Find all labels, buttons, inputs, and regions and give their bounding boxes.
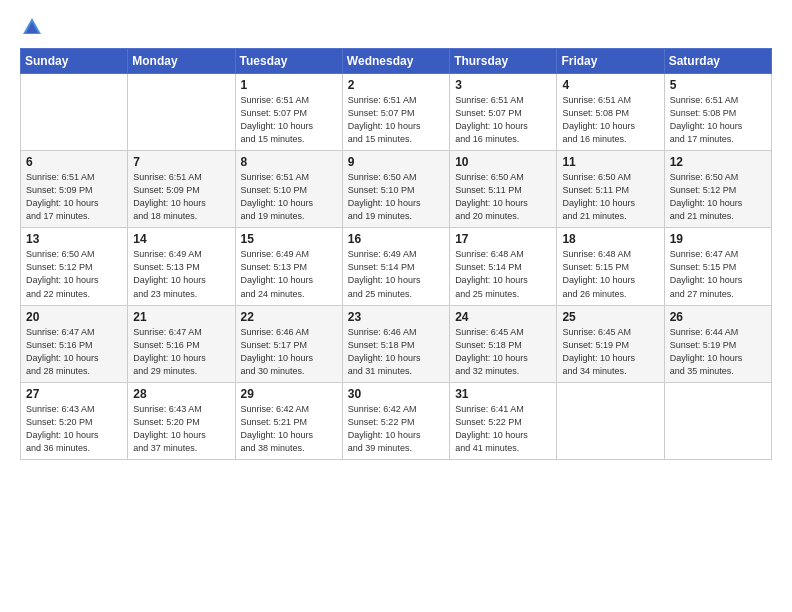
day-info: Sunrise: 6:49 AM Sunset: 5:13 PM Dayligh… [133, 248, 229, 300]
calendar-day-cell: 14Sunrise: 6:49 AM Sunset: 5:13 PM Dayli… [128, 228, 235, 305]
day-info: Sunrise: 6:43 AM Sunset: 5:20 PM Dayligh… [133, 403, 229, 455]
calendar-day-cell: 24Sunrise: 6:45 AM Sunset: 5:18 PM Dayli… [450, 305, 557, 382]
day-info: Sunrise: 6:45 AM Sunset: 5:18 PM Dayligh… [455, 326, 551, 378]
day-info: Sunrise: 6:51 AM Sunset: 5:10 PM Dayligh… [241, 171, 337, 223]
day-info: Sunrise: 6:51 AM Sunset: 5:08 PM Dayligh… [670, 94, 766, 146]
day-info: Sunrise: 6:46 AM Sunset: 5:18 PM Dayligh… [348, 326, 444, 378]
calendar-day-cell: 15Sunrise: 6:49 AM Sunset: 5:13 PM Dayli… [235, 228, 342, 305]
day-number: 17 [455, 232, 551, 246]
calendar-day-cell: 30Sunrise: 6:42 AM Sunset: 5:22 PM Dayli… [342, 382, 449, 459]
day-info: Sunrise: 6:51 AM Sunset: 5:09 PM Dayligh… [133, 171, 229, 223]
calendar-day-cell [557, 382, 664, 459]
day-number: 4 [562, 78, 658, 92]
calendar-day-cell: 7Sunrise: 6:51 AM Sunset: 5:09 PM Daylig… [128, 151, 235, 228]
calendar-day-cell: 28Sunrise: 6:43 AM Sunset: 5:20 PM Dayli… [128, 382, 235, 459]
calendar-day-cell: 27Sunrise: 6:43 AM Sunset: 5:20 PM Dayli… [21, 382, 128, 459]
day-info: Sunrise: 6:51 AM Sunset: 5:07 PM Dayligh… [348, 94, 444, 146]
day-number: 12 [670, 155, 766, 169]
day-number: 2 [348, 78, 444, 92]
day-number: 20 [26, 310, 122, 324]
day-info: Sunrise: 6:49 AM Sunset: 5:13 PM Dayligh… [241, 248, 337, 300]
day-info: Sunrise: 6:49 AM Sunset: 5:14 PM Dayligh… [348, 248, 444, 300]
day-number: 6 [26, 155, 122, 169]
day-number: 15 [241, 232, 337, 246]
calendar-day-cell: 25Sunrise: 6:45 AM Sunset: 5:19 PM Dayli… [557, 305, 664, 382]
calendar-day-cell: 31Sunrise: 6:41 AM Sunset: 5:22 PM Dayli… [450, 382, 557, 459]
calendar-week-row: 1Sunrise: 6:51 AM Sunset: 5:07 PM Daylig… [21, 74, 772, 151]
day-number: 19 [670, 232, 766, 246]
day-info: Sunrise: 6:48 AM Sunset: 5:14 PM Dayligh… [455, 248, 551, 300]
calendar-day-cell: 4Sunrise: 6:51 AM Sunset: 5:08 PM Daylig… [557, 74, 664, 151]
calendar-day-cell: 3Sunrise: 6:51 AM Sunset: 5:07 PM Daylig… [450, 74, 557, 151]
day-number: 25 [562, 310, 658, 324]
calendar-weekday-header: Wednesday [342, 49, 449, 74]
day-info: Sunrise: 6:48 AM Sunset: 5:15 PM Dayligh… [562, 248, 658, 300]
day-number: 13 [26, 232, 122, 246]
day-number: 14 [133, 232, 229, 246]
calendar-weekday-header: Monday [128, 49, 235, 74]
calendar-day-cell: 9Sunrise: 6:50 AM Sunset: 5:10 PM Daylig… [342, 151, 449, 228]
calendar-day-cell: 23Sunrise: 6:46 AM Sunset: 5:18 PM Dayli… [342, 305, 449, 382]
day-number: 29 [241, 387, 337, 401]
calendar-day-cell: 1Sunrise: 6:51 AM Sunset: 5:07 PM Daylig… [235, 74, 342, 151]
day-info: Sunrise: 6:51 AM Sunset: 5:07 PM Dayligh… [455, 94, 551, 146]
calendar-header-row: SundayMondayTuesdayWednesdayThursdayFrid… [21, 49, 772, 74]
day-number: 10 [455, 155, 551, 169]
day-number: 1 [241, 78, 337, 92]
day-info: Sunrise: 6:42 AM Sunset: 5:22 PM Dayligh… [348, 403, 444, 455]
day-number: 11 [562, 155, 658, 169]
day-number: 7 [133, 155, 229, 169]
logo-icon [21, 16, 43, 38]
day-number: 23 [348, 310, 444, 324]
day-info: Sunrise: 6:50 AM Sunset: 5:11 PM Dayligh… [562, 171, 658, 223]
calendar-day-cell [128, 74, 235, 151]
calendar-week-row: 20Sunrise: 6:47 AM Sunset: 5:16 PM Dayli… [21, 305, 772, 382]
calendar-weekday-header: Sunday [21, 49, 128, 74]
calendar-table: SundayMondayTuesdayWednesdayThursdayFrid… [20, 48, 772, 460]
calendar-day-cell: 26Sunrise: 6:44 AM Sunset: 5:19 PM Dayli… [664, 305, 771, 382]
calendar-day-cell: 2Sunrise: 6:51 AM Sunset: 5:07 PM Daylig… [342, 74, 449, 151]
calendar-day-cell [21, 74, 128, 151]
day-number: 24 [455, 310, 551, 324]
day-info: Sunrise: 6:50 AM Sunset: 5:12 PM Dayligh… [26, 248, 122, 300]
calendar-weekday-header: Thursday [450, 49, 557, 74]
calendar-day-cell [664, 382, 771, 459]
day-info: Sunrise: 6:50 AM Sunset: 5:11 PM Dayligh… [455, 171, 551, 223]
calendar-weekday-header: Friday [557, 49, 664, 74]
calendar-day-cell: 17Sunrise: 6:48 AM Sunset: 5:14 PM Dayli… [450, 228, 557, 305]
day-number: 31 [455, 387, 551, 401]
day-number: 30 [348, 387, 444, 401]
calendar-day-cell: 19Sunrise: 6:47 AM Sunset: 5:15 PM Dayli… [664, 228, 771, 305]
day-number: 21 [133, 310, 229, 324]
page: SundayMondayTuesdayWednesdayThursdayFrid… [0, 0, 792, 612]
calendar-day-cell: 13Sunrise: 6:50 AM Sunset: 5:12 PM Dayli… [21, 228, 128, 305]
day-info: Sunrise: 6:47 AM Sunset: 5:15 PM Dayligh… [670, 248, 766, 300]
calendar-day-cell: 22Sunrise: 6:46 AM Sunset: 5:17 PM Dayli… [235, 305, 342, 382]
day-info: Sunrise: 6:41 AM Sunset: 5:22 PM Dayligh… [455, 403, 551, 455]
day-number: 28 [133, 387, 229, 401]
day-number: 26 [670, 310, 766, 324]
day-number: 8 [241, 155, 337, 169]
day-info: Sunrise: 6:42 AM Sunset: 5:21 PM Dayligh… [241, 403, 337, 455]
calendar-day-cell: 6Sunrise: 6:51 AM Sunset: 5:09 PM Daylig… [21, 151, 128, 228]
calendar-day-cell: 10Sunrise: 6:50 AM Sunset: 5:11 PM Dayli… [450, 151, 557, 228]
day-number: 18 [562, 232, 658, 246]
day-info: Sunrise: 6:51 AM Sunset: 5:08 PM Dayligh… [562, 94, 658, 146]
calendar-day-cell: 21Sunrise: 6:47 AM Sunset: 5:16 PM Dayli… [128, 305, 235, 382]
day-number: 27 [26, 387, 122, 401]
calendar-day-cell: 18Sunrise: 6:48 AM Sunset: 5:15 PM Dayli… [557, 228, 664, 305]
calendar-week-row: 6Sunrise: 6:51 AM Sunset: 5:09 PM Daylig… [21, 151, 772, 228]
logo [20, 16, 43, 38]
day-info: Sunrise: 6:50 AM Sunset: 5:10 PM Dayligh… [348, 171, 444, 223]
calendar-day-cell: 5Sunrise: 6:51 AM Sunset: 5:08 PM Daylig… [664, 74, 771, 151]
day-number: 9 [348, 155, 444, 169]
calendar-week-row: 13Sunrise: 6:50 AM Sunset: 5:12 PM Dayli… [21, 228, 772, 305]
calendar-day-cell: 16Sunrise: 6:49 AM Sunset: 5:14 PM Dayli… [342, 228, 449, 305]
calendar-day-cell: 8Sunrise: 6:51 AM Sunset: 5:10 PM Daylig… [235, 151, 342, 228]
day-info: Sunrise: 6:43 AM Sunset: 5:20 PM Dayligh… [26, 403, 122, 455]
day-info: Sunrise: 6:51 AM Sunset: 5:07 PM Dayligh… [241, 94, 337, 146]
calendar-day-cell: 20Sunrise: 6:47 AM Sunset: 5:16 PM Dayli… [21, 305, 128, 382]
day-info: Sunrise: 6:44 AM Sunset: 5:19 PM Dayligh… [670, 326, 766, 378]
day-number: 3 [455, 78, 551, 92]
day-info: Sunrise: 6:50 AM Sunset: 5:12 PM Dayligh… [670, 171, 766, 223]
